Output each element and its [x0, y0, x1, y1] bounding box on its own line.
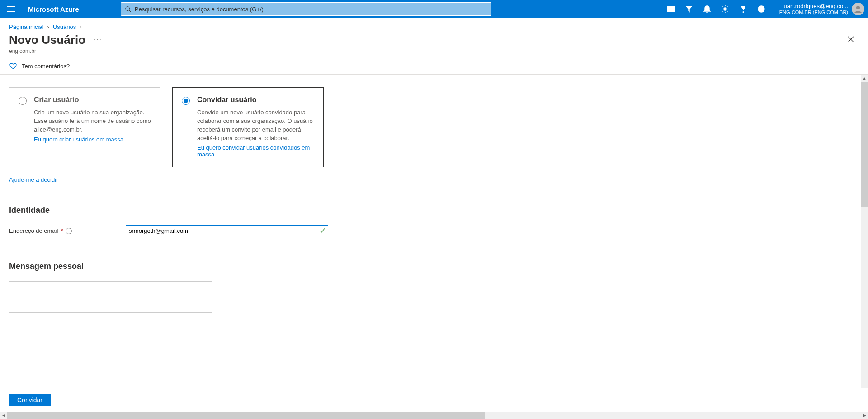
help-icon[interactable] [734, 0, 752, 18]
account-email: juan.rodrigues@eng.co... [783, 3, 848, 10]
close-icon [847, 36, 854, 43]
option-cards: Criar usuário Crie um novo usuário na su… [9, 87, 859, 167]
svg-point-11 [758, 6, 764, 12]
radio-create-user[interactable] [19, 97, 27, 105]
search-input[interactable] [135, 6, 487, 13]
search-box[interactable] [121, 2, 491, 16]
breadcrumb-users[interactable]: Usuários [53, 24, 76, 30]
option-invite-desc: Convide um novo usuário convidado para c… [197, 108, 314, 142]
valid-check-icon [319, 227, 326, 235]
close-button[interactable] [846, 35, 855, 44]
search-wrap [121, 2, 658, 16]
option-create-desc: Crie um novo usuário na sua organização.… [34, 108, 151, 134]
email-input-wrap [126, 225, 328, 236]
option-create-title: Criar usuário [34, 96, 151, 104]
chevron-right-icon: › [80, 24, 81, 30]
title-block: Novo Usuário ··· eng.com.br [0, 33, 868, 59]
account-info[interactable]: juan.rodrigues@eng.co... ENG.COM.BR (ENG… [770, 3, 851, 16]
settings-icon[interactable] [716, 0, 734, 18]
option-invite-title: Convidar usuário [197, 96, 314, 104]
vertical-scrollbar[interactable]: ▲ [861, 75, 868, 388]
notifications-icon[interactable] [698, 0, 716, 18]
svg-point-9 [724, 8, 726, 10]
breadcrumb-home[interactable]: Página inicial [9, 24, 44, 30]
svg-point-12 [760, 8, 760, 8]
email-label: Endereço de email [9, 227, 58, 234]
svg-point-3 [126, 7, 130, 11]
breadcrumb: Página inicial › Usuários › [0, 18, 868, 33]
message-textarea[interactable] [9, 281, 212, 313]
cloud-shell-icon[interactable] [662, 0, 680, 18]
option-create-user[interactable]: Criar usuário Crie um novo usuário na su… [9, 87, 160, 167]
main-area: Criar usuário Crie um novo usuário na su… [0, 75, 868, 388]
svg-point-14 [856, 6, 860, 9]
svg-rect-5 [667, 6, 675, 12]
svg-marker-7 [686, 6, 692, 12]
scroll-right-arrow[interactable]: ▶ [861, 413, 868, 418]
feedback-smiley-icon[interactable] [752, 0, 770, 18]
option-invite-user[interactable]: Convidar usuário Convide um novo usuário… [172, 87, 324, 167]
scroll-left-arrow[interactable]: ◀ [0, 413, 7, 418]
footer-bar: Convidar [0, 388, 868, 412]
scroll-track[interactable] [7, 412, 861, 419]
page-subtitle: eng.com.br [9, 48, 859, 54]
svg-point-13 [762, 8, 763, 8]
svg-point-10 [743, 12, 744, 13]
bulk-invite-link[interactable]: Eu quero convidar usuários convidados em… [197, 144, 310, 158]
scroll-thumb[interactable] [861, 82, 868, 207]
avatar[interactable] [852, 3, 864, 15]
account-tenant: ENG.COM.BR (ENG.COM.BR) [779, 9, 848, 15]
feedback-label: Tem comentários? [22, 63, 70, 70]
more-actions-button[interactable]: ··· [94, 36, 102, 44]
directory-filter-icon[interactable] [680, 0, 698, 18]
top-bar: Microsoft Azure juan.rodrigues@eng.co...… [0, 0, 868, 18]
page-title: Novo Usuário [9, 33, 85, 47]
scroll-up-arrow[interactable]: ▲ [861, 75, 868, 82]
section-identity-heading: Identidade [9, 206, 859, 215]
section-message-heading: Mensagem pessoal [9, 262, 859, 271]
invite-button[interactable]: Convidar [9, 394, 51, 406]
search-icon [125, 6, 131, 12]
required-asterisk: * [61, 227, 63, 234]
chevron-right-icon: › [47, 24, 49, 30]
main-scroll[interactable]: Criar usuário Crie um novo usuário na su… [0, 75, 868, 388]
help-me-decide-link[interactable]: Ajude-me a decidir [9, 176, 58, 183]
scroll-thumb-h[interactable] [7, 412, 485, 419]
top-icons: juan.rodrigues@eng.co... ENG.COM.BR (ENG… [662, 0, 864, 18]
menu-button[interactable] [4, 2, 18, 16]
horizontal-scrollbar[interactable]: ◀ ▶ [0, 412, 868, 419]
heart-icon [9, 62, 17, 70]
feedback-bar[interactable]: Tem comentários? [0, 59, 868, 75]
email-input[interactable] [126, 225, 328, 236]
brand-label[interactable]: Microsoft Azure [22, 5, 85, 13]
email-label-wrap: Endereço de email * i [9, 227, 126, 234]
info-icon[interactable]: i [66, 228, 72, 234]
bulk-create-link[interactable]: Eu quero criar usuários em massa [34, 136, 123, 143]
svg-line-4 [129, 10, 131, 12]
email-row: Endereço de email * i [9, 225, 859, 236]
radio-invite-user[interactable] [182, 97, 190, 105]
